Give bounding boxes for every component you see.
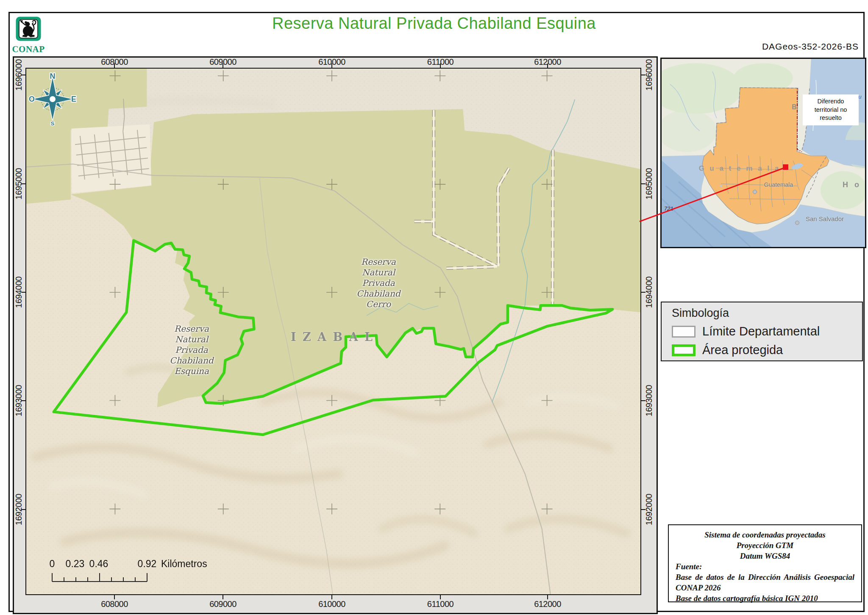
legend-item-label: Límite Departamental bbox=[702, 324, 820, 338]
scale-value: 0.92 bbox=[138, 558, 157, 570]
reference-number: 721 bbox=[664, 205, 673, 212]
scale-value: 0.46 bbox=[89, 558, 108, 570]
legend-item-departmental: Límite Departamental bbox=[672, 324, 820, 338]
frame-tick bbox=[223, 595, 223, 599]
inset-country-label: G u a t e m a l a bbox=[699, 164, 781, 173]
legend: Simbología Límite Departamental Área pro… bbox=[661, 302, 863, 361]
frame-tick bbox=[114, 595, 115, 599]
frame-tick bbox=[440, 64, 441, 68]
reserve-esquina-label: Reserva Natural Privada Chabiland Esquin… bbox=[170, 324, 213, 377]
territorial-dispute-note: Diferendo territorial no resuelto bbox=[803, 94, 859, 125]
protected-area-swatch bbox=[672, 344, 696, 356]
source-line-1: Base de datos de la Dirección Análisis G… bbox=[676, 572, 854, 593]
inset-honduras-fragment: H o bbox=[843, 180, 861, 189]
frame-tick bbox=[21, 183, 25, 184]
map-document: CONAP Reserva Natural Privada Chabiland … bbox=[0, 0, 868, 615]
x-tick-label: 611000 bbox=[427, 599, 453, 609]
inset-city-label: Guatemala bbox=[764, 181, 793, 188]
department-label: I Z A B A L bbox=[291, 330, 374, 344]
compass-e: E bbox=[71, 95, 76, 103]
credits-box: Sistema de coordenadas proyectadas Proye… bbox=[668, 524, 862, 602]
conap-logo-icon bbox=[15, 16, 42, 42]
compass-rose-icon: N O E S bbox=[28, 71, 77, 126]
document-code: DAGeos-352-2026-BS bbox=[762, 42, 859, 52]
crs-projection: Proyección GTM bbox=[676, 540, 854, 551]
scale-unit: Kilómetros bbox=[161, 558, 207, 570]
x-tick-label: 610000 bbox=[318, 599, 345, 609]
inset-locator-map: G u a t e m a l a Guatemala San Salvador… bbox=[660, 58, 866, 248]
departmental-limit-swatch bbox=[672, 326, 696, 338]
frame-tick bbox=[223, 64, 223, 68]
frame-tick bbox=[641, 400, 645, 401]
frame-tick bbox=[440, 595, 441, 599]
frame-tick bbox=[114, 64, 115, 68]
scale-bar-ruler bbox=[47, 570, 157, 585]
frame-tick bbox=[547, 595, 548, 599]
frame-tick bbox=[331, 595, 332, 599]
x-tick-label: 609000 bbox=[209, 599, 236, 609]
legend-item-protected: Área protegida bbox=[672, 343, 783, 357]
compass-s: S bbox=[51, 120, 55, 126]
crs-title: Sistema de coordenadas proyectadas bbox=[676, 529, 854, 540]
x-tick-label: 612000 bbox=[534, 599, 561, 609]
frame-tick bbox=[641, 75, 645, 75]
legend-item-label: Área protegida bbox=[702, 343, 783, 357]
frame-tick bbox=[21, 75, 25, 75]
scale-value: 0.23 bbox=[66, 558, 85, 570]
x-tick-label: 608000 bbox=[101, 599, 128, 609]
scale-value: 0 bbox=[50, 558, 55, 570]
conap-logo: CONAP bbox=[12, 16, 45, 55]
compass-n: N bbox=[50, 72, 56, 80]
compass-o: O bbox=[29, 95, 35, 103]
guatemala-city-dot bbox=[753, 190, 757, 194]
frame-tick bbox=[21, 400, 25, 401]
san-salvador-dot bbox=[796, 221, 799, 225]
source-line-2: Base de datos cartografía básica IGN 201… bbox=[676, 593, 854, 604]
crs-datum: Datum WGS84 bbox=[676, 551, 854, 561]
conap-logo-text: CONAP bbox=[12, 44, 45, 55]
inset-san-salvador-label: San Salvador bbox=[806, 215, 844, 222]
page-title: Reserva Natural Privada Chabiland Esquin… bbox=[0, 14, 868, 33]
source-heading: Fuente: bbox=[676, 561, 854, 572]
legend-title: Simbología bbox=[672, 307, 729, 320]
frame-tick bbox=[21, 509, 25, 510]
frame-tick bbox=[641, 509, 645, 510]
inset-belize-fragment: B bbox=[792, 103, 797, 111]
frame-tick bbox=[547, 64, 548, 68]
frame-tick bbox=[641, 183, 645, 184]
reserve-cerro-label: Reserva Natural Privada Chabiland Cerro bbox=[356, 257, 400, 310]
frame-tick bbox=[21, 292, 25, 293]
frame-tick bbox=[331, 64, 332, 68]
frame-tick bbox=[641, 292, 645, 293]
